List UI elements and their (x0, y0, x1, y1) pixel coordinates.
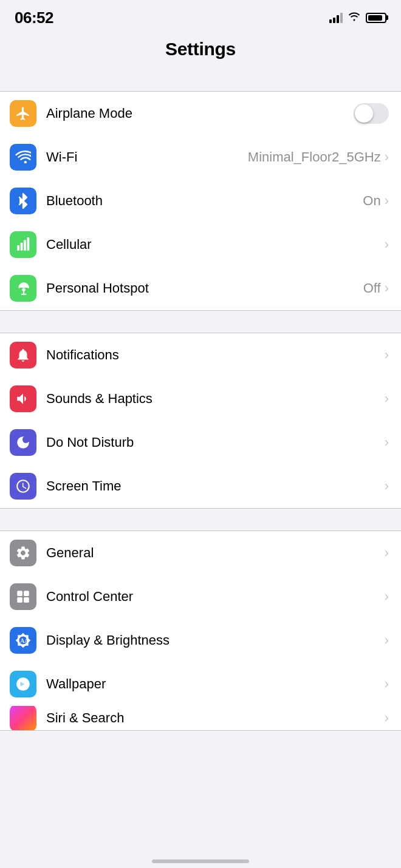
cellular-right: › (385, 238, 389, 251)
general-chevron: › (385, 546, 389, 560)
control-center-content: Control Center › (46, 589, 389, 605)
general-label: General (46, 545, 94, 561)
general-row[interactable]: General › (0, 531, 401, 575)
personal-hotspot-content: Personal Hotspot Off › (46, 280, 389, 296)
wallpaper-label: Wallpaper (46, 676, 106, 692)
do-not-disturb-label: Do Not Disturb (46, 435, 134, 450)
do-not-disturb-chevron: › (385, 436, 389, 449)
bluetooth-right: On › (363, 193, 389, 209)
bottom-spacer (0, 731, 401, 779)
sounds-haptics-row[interactable]: Sounds & Haptics › (0, 377, 401, 421)
cellular-row[interactable]: Cellular › (0, 223, 401, 266)
personal-hotspot-value: Off (363, 280, 381, 296)
general-settings-group: General › Control Center › (0, 531, 401, 731)
wifi-label: Wi-Fi (46, 149, 77, 165)
siri-row[interactable]: Siri & Search › (0, 706, 401, 730)
bluetooth-value: On (363, 193, 380, 209)
svg-rect-11 (24, 597, 29, 603)
cellular-chevron: › (385, 238, 389, 251)
cellular-content: Cellular › (46, 237, 389, 253)
wifi-status-icon (348, 12, 361, 24)
svg-rect-9 (24, 591, 29, 596)
sounds-haptics-chevron: › (385, 392, 389, 405)
status-bar: 06:52 (0, 0, 401, 33)
bluetooth-icon (10, 188, 36, 214)
bluetooth-chevron: › (385, 194, 389, 208)
siri-label: Siri & Search (46, 710, 124, 726)
svg-rect-2 (21, 243, 23, 251)
personal-hotspot-row[interactable]: Personal Hotspot Off › (0, 266, 401, 310)
signal-icon (329, 12, 343, 23)
svg-rect-4 (27, 237, 30, 251)
screen-time-chevron: › (385, 480, 389, 493)
display-brightness-row[interactable]: AA Display & Brightness › (0, 619, 401, 662)
notifications-icon (10, 342, 36, 368)
display-brightness-icon: AA (10, 627, 36, 654)
notifications-chevron: › (385, 348, 389, 362)
section-divider-3 (0, 509, 401, 531)
general-content: General › (46, 545, 389, 561)
sounds-haptics-icon (10, 385, 36, 412)
status-time: 06:52 (15, 8, 53, 27)
svg-text:AA: AA (20, 637, 29, 644)
airplane-mode-row[interactable]: Airplane Mode (0, 92, 401, 135)
home-bar (152, 860, 249, 863)
do-not-disturb-right: › (385, 436, 389, 449)
control-center-icon (10, 583, 36, 610)
screen-time-label: Screen Time (46, 478, 122, 494)
display-brightness-label: Display & Brightness (46, 632, 170, 648)
siri-content: Siri & Search › (46, 710, 389, 726)
siri-right: › (385, 711, 389, 725)
siri-icon (10, 706, 36, 730)
wallpaper-icon (10, 671, 36, 697)
wifi-row[interactable]: Wi-Fi Minimal_Floor2_5GHz › (0, 135, 401, 179)
notifications-row[interactable]: Notifications › (0, 333, 401, 377)
wifi-chevron: › (385, 151, 389, 164)
control-center-right: › (385, 590, 389, 603)
notifications-group: Notifications › Sounds & Haptics › Do (0, 333, 401, 509)
cellular-label: Cellular (46, 237, 92, 253)
airplane-mode-icon (10, 100, 36, 127)
svg-rect-10 (17, 597, 22, 603)
screen-time-content: Screen Time › (46, 478, 389, 494)
screen-time-row[interactable]: Screen Time › (0, 464, 401, 508)
status-icons (329, 12, 386, 24)
do-not-disturb-icon (10, 429, 36, 456)
wifi-value: Minimal_Floor2_5GHz (248, 149, 381, 165)
cellular-icon (10, 231, 36, 258)
do-not-disturb-content: Do Not Disturb › (46, 435, 389, 450)
control-center-row[interactable]: Control Center › (0, 575, 401, 619)
notifications-label: Notifications (46, 347, 119, 363)
wallpaper-right: › (385, 677, 389, 691)
siri-chevron: › (385, 711, 389, 725)
page-header: Settings (0, 33, 401, 69)
svg-rect-3 (24, 240, 26, 250)
display-brightness-chevron: › (385, 634, 389, 647)
display-brightness-content: Display & Brightness › (46, 632, 389, 648)
wallpaper-row[interactable]: Wallpaper › (0, 662, 401, 706)
airplane-mode-label: Airplane Mode (46, 106, 132, 121)
connectivity-group: Airplane Mode Wi-Fi Minimal_Floor2_5GHz … (0, 91, 401, 311)
bluetooth-row[interactable]: Bluetooth On › (0, 179, 401, 223)
personal-hotspot-chevron: › (385, 282, 389, 295)
wallpaper-content: Wallpaper › (46, 676, 389, 692)
bluetooth-content: Bluetooth On › (46, 193, 389, 209)
personal-hotspot-label: Personal Hotspot (46, 280, 149, 296)
section-divider-1 (0, 69, 401, 91)
home-indicator (0, 850, 401, 868)
notifications-content: Notifications › (46, 347, 389, 363)
svg-point-0 (24, 161, 27, 163)
svg-rect-1 (17, 245, 19, 251)
personal-hotspot-icon (10, 275, 36, 302)
airplane-mode-toggle[interactable] (354, 103, 389, 124)
battery-icon (366, 13, 386, 23)
wifi-icon (10, 144, 36, 171)
general-right: › (385, 546, 389, 560)
do-not-disturb-row[interactable]: Do Not Disturb › (0, 421, 401, 464)
general-icon (10, 540, 36, 566)
sounds-haptics-label: Sounds & Haptics (46, 391, 153, 407)
bluetooth-label: Bluetooth (46, 193, 103, 209)
section-divider-2 (0, 311, 401, 333)
wifi-right: Minimal_Floor2_5GHz › (248, 149, 389, 165)
screen-time-icon (10, 473, 36, 500)
